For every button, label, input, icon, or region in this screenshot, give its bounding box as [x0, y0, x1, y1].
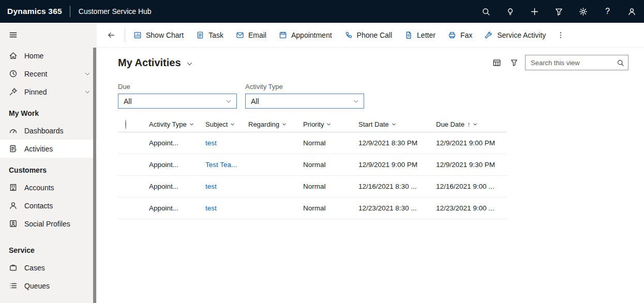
search-this-view-input[interactable] — [531, 59, 617, 67]
vertical-ellipsis-icon — [557, 31, 565, 39]
command-overflow-button[interactable] — [552, 23, 570, 47]
email-button[interactable]: Email — [230, 23, 273, 47]
view-title-row: My Activities — [118, 53, 628, 72]
sidebar-item-recent[interactable]: Recent — [0, 65, 97, 83]
scrollbar-thumb[interactable] — [93, 48, 96, 303]
appointment-button[interactable]: Appointment — [273, 23, 338, 47]
sidebar-item-cases[interactable]: Cases — [0, 259, 97, 277]
phone-call-button[interactable]: Phone Call — [338, 23, 399, 47]
column-label: Regarding — [248, 120, 279, 128]
global-search-button[interactable] — [474, 0, 498, 23]
question-mark-icon: ? — [605, 7, 610, 16]
phone-call-label: Phone Call — [357, 31, 393, 39]
account-button[interactable] — [620, 0, 644, 23]
cell-due-date: 12/9/2021 9:00 PM — [436, 139, 507, 147]
queue-icon — [9, 281, 18, 290]
cell-start-date: 12/9/2021 9:00 PM — [358, 161, 436, 169]
task-button[interactable]: Task — [190, 23, 230, 47]
chevron-down-icon — [392, 122, 396, 127]
building-icon — [9, 183, 18, 192]
sidebar-item-label: Social Profiles — [24, 220, 70, 228]
service-activity-button[interactable]: Service Activity — [478, 23, 552, 47]
settings-button[interactable] — [571, 0, 595, 23]
sidebar-item-queues[interactable]: Queues — [0, 277, 97, 295]
column-header-priority[interactable]: Priority — [303, 120, 358, 128]
column-header-due-date[interactable]: Due Date ↑ — [436, 120, 507, 128]
letter-button[interactable]: Letter — [398, 23, 442, 47]
filter-funnel-icon — [510, 58, 518, 67]
sidebar-item-label: Cases — [24, 264, 45, 272]
back-button[interactable] — [98, 23, 125, 47]
cell-activity-type: Appoint... — [149, 139, 205, 147]
activity-type-filter-dropdown[interactable]: All — [245, 94, 364, 109]
select-all-checkbox[interactable] — [125, 119, 126, 129]
sidebar-item-pinned[interactable]: Pinned — [0, 83, 97, 101]
edit-columns-button[interactable] — [488, 55, 505, 70]
sidebar-item-dashboards[interactable]: Dashboards — [0, 122, 97, 140]
activity-type-filter-label: Activity Type — [245, 83, 364, 90]
grid-header-row: Activity Type Subject Regarding Pri — [118, 117, 507, 132]
edit-filters-button[interactable] — [505, 55, 523, 70]
sidebar-item-label: Accounts — [24, 184, 54, 192]
search-icon[interactable] — [617, 59, 624, 67]
funnel-icon — [555, 7, 563, 16]
app-name[interactable]: Customer Service Hub — [79, 7, 152, 16]
topbar-divider — [70, 6, 70, 17]
column-header-start-date[interactable]: Start Date — [358, 120, 436, 128]
cell-start-date: 12/9/2021 8:30 PM — [358, 139, 436, 147]
advanced-filter-button[interactable] — [547, 0, 571, 23]
activity-type-filter-group: Activity Type All — [245, 83, 364, 109]
table-row[interactable]: Appoint... test Normal 12/9/2021 8:30 PM… — [118, 132, 507, 154]
column-header-activity-type[interactable]: Activity Type — [149, 120, 205, 128]
due-filter-dropdown[interactable]: All — [118, 94, 237, 109]
sitemap-toggle-button[interactable] — [0, 23, 97, 47]
view-content: My Activities Due — [97, 48, 644, 219]
activity-type-filter-value: All — [251, 97, 259, 105]
quick-create-button[interactable] — [522, 0, 547, 23]
table-row[interactable]: Appoint... Test Tea... Normal 12/9/2021 … — [118, 154, 507, 176]
chevron-down-icon[interactable] — [84, 71, 91, 77]
cell-due-date: 12/23/2021 9:00 ... — [436, 204, 507, 212]
sidebar-section-customers: Customers — [0, 158, 97, 178]
sidebar-item-accounts[interactable]: Accounts — [0, 178, 97, 196]
envelope-icon — [236, 31, 244, 39]
chevron-down-icon[interactable] — [84, 89, 91, 95]
column-header-regarding[interactable]: Regarding — [248, 120, 303, 128]
sidebar-item-social-profiles[interactable]: Social Profiles — [0, 215, 97, 233]
cell-subject-link[interactable]: test — [205, 139, 248, 147]
cell-activity-type: Appoint... — [149, 183, 205, 190]
column-label: Activity Type — [149, 120, 187, 128]
help-button[interactable]: ? — [595, 0, 620, 23]
page-title: My Activities — [118, 57, 181, 69]
view-selector-chevron-icon[interactable] — [186, 60, 193, 67]
hamburger-icon — [9, 31, 18, 39]
cell-subject-link[interactable]: test — [205, 183, 248, 190]
due-filter-value: All — [124, 97, 132, 105]
activities-grid: Activity Type Subject Regarding Pri — [118, 117, 507, 219]
chevron-down-icon — [226, 98, 232, 104]
sidebar-scrollbar[interactable] — [93, 48, 96, 303]
chart-icon — [133, 31, 142, 39]
sidebar-item-home[interactable]: Home — [0, 47, 97, 65]
quick-create-suggestions-button[interactable] — [498, 0, 522, 23]
table-row[interactable]: Appoint... test Normal 12/23/2021 8:30 .… — [118, 198, 507, 219]
cell-subject-link[interactable]: Test Tea... — [205, 161, 248, 169]
sidebar-item-activities[interactable]: Activities — [0, 140, 97, 158]
grid-columns-icon — [492, 58, 501, 67]
sidebar-section-service: Service — [0, 233, 97, 259]
show-chart-button[interactable]: Show Chart — [127, 23, 190, 47]
calendar-icon — [279, 31, 287, 39]
view-search-box — [525, 55, 628, 70]
brand-logo[interactable]: Dynamics 365 — [7, 7, 62, 16]
column-header-subject[interactable]: Subject — [205, 120, 248, 128]
sidebar-item-contacts[interactable]: Contacts — [0, 196, 97, 215]
table-row[interactable]: Appoint... test Normal 12/16/2021 8:30 .… — [118, 176, 507, 198]
fax-button[interactable]: Fax — [442, 23, 478, 47]
sidebar-item-label: Dashboards — [24, 127, 64, 135]
main-area: Show Chart Task Email Appointment Phone … — [97, 23, 644, 303]
cell-subject-link[interactable]: test — [205, 204, 248, 212]
plus-icon — [530, 7, 539, 16]
sidebar-section-my-work: My Work — [0, 101, 97, 122]
command-bar-divider — [125, 28, 125, 42]
lightbulb-icon — [506, 7, 515, 16]
